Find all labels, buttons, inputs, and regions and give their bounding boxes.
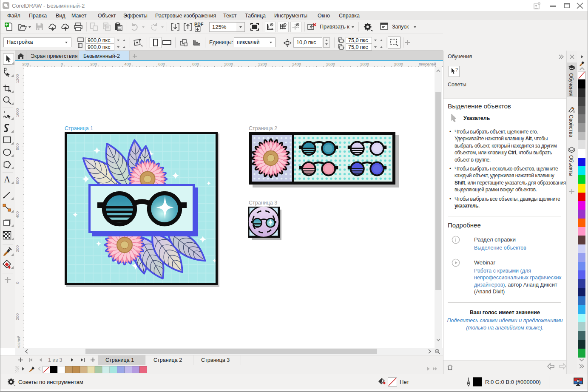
svg-text:?: ? xyxy=(455,67,458,72)
svg-text:A: A xyxy=(4,175,11,185)
